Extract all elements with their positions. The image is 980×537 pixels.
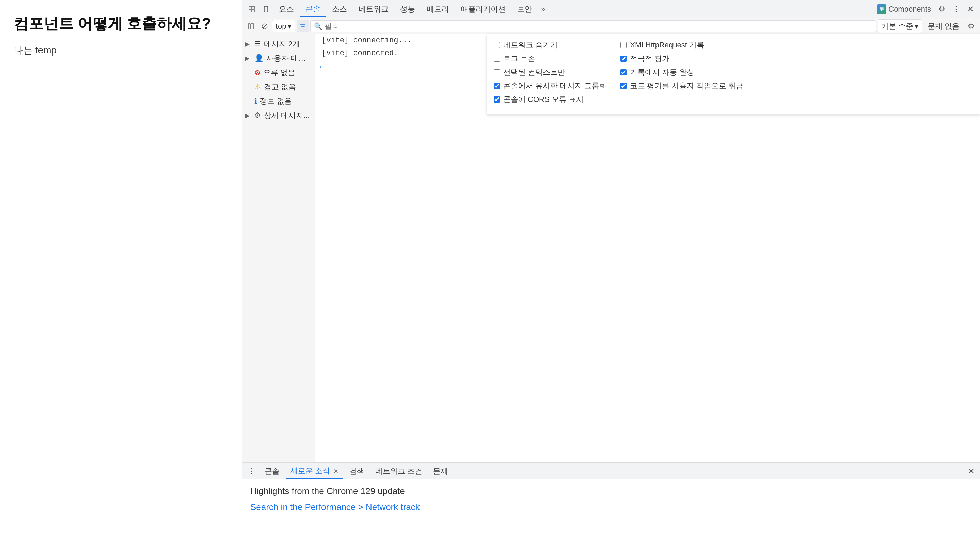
tab-memory[interactable]: 메모리 (421, 2, 455, 16)
filter-selected-context-label: 선택된 컨텍스트만 (503, 67, 565, 77)
show-console-filter-btn[interactable] (297, 20, 309, 32)
level-label: 기본 수준 (881, 21, 913, 31)
filter-selected-context[interactable]: 선택된 컨텍스트만 (494, 67, 607, 77)
news-panel-content: Highlights from the Chrome 129 update Se… (242, 479, 980, 537)
sidebar-item-messages[interactable]: ▶ ☰ 메시지 2개 (242, 37, 315, 51)
close-news-tab-icon[interactable]: ✕ (333, 468, 339, 475)
bottom-tab-issues-label: 문제 (433, 467, 448, 475)
filter-preserve-log-checkbox[interactable] (494, 56, 500, 62)
top-label: top (276, 22, 286, 31)
expand-verbose-icon: ▶ (245, 112, 251, 119)
filter-preserve-log[interactable]: 로그 보존 (494, 54, 607, 64)
more-tabs-btn[interactable]: » (538, 3, 548, 15)
filter-hide-network-checkbox[interactable] (494, 42, 500, 48)
inspect-icon-btn[interactable] (245, 2, 258, 16)
filter-autocomplete-history-checkbox[interactable] (620, 69, 627, 75)
log-level-dropdown[interactable]: 기본 수준 ▾ (878, 19, 922, 33)
tab-performance[interactable]: 성능 (395, 2, 420, 16)
sidebar-user-label: 사용자 메시... (266, 53, 312, 64)
filter-eager-eval-checkbox[interactable] (620, 56, 627, 62)
console-settings-btn[interactable]: ⚙ (965, 20, 977, 32)
filter-options-row: 네트워크 숨기기 로그 보존 선택된 컨텍스트만 콘솔에서 유사한 메시지 그룹… (494, 40, 973, 105)
close-devtools-btn[interactable]: ✕ (964, 2, 977, 16)
sidebar-verbose-label: 상세 메시지... (264, 110, 310, 121)
tab-sources[interactable]: 소스 (326, 2, 352, 16)
tab-application[interactable]: 애플리케이션 (455, 2, 511, 16)
filter-xmlhttprequest[interactable]: XMLHttpRequest 기록 (620, 40, 743, 50)
settings-btn[interactable]: ⚙ (935, 2, 949, 16)
svg-rect-0 (249, 6, 251, 9)
info-icon: ℹ (255, 97, 257, 106)
devtools-tab-bar: 요소 콘솔 소스 네트워크 성능 메모리 애플리케이션 보안 » ⚛ Compo… (242, 0, 980, 18)
clear-console-btn[interactable] (258, 20, 271, 32)
bottom-panels: ⋮ 콘솔 새로운 소식 ✕ 검색 네트워크 조건 문제 ✕ Highlights… (242, 462, 980, 537)
bottom-tab-network-conditions-label: 네트워크 조건 (375, 467, 422, 475)
filter-input-area[interactable]: 🔍 (310, 21, 876, 32)
tab-elements[interactable]: 요소 (274, 2, 299, 16)
sidebar-toggle-btn[interactable] (245, 20, 257, 32)
svg-line-9 (262, 24, 267, 28)
filter-hide-network[interactable]: 네트워크 숨기기 (494, 40, 607, 50)
sidebar-item-verbose[interactable]: ▶ ⚙ 상세 메시지... (242, 108, 315, 123)
tab-network[interactable]: 네트워크 (353, 2, 394, 16)
console-sidebar: ▶ ☰ 메시지 2개 ▶ 👤 사용자 메시... ▶ ⊗ 오류 없음 ▶ ⚠ 경… (242, 34, 315, 462)
filter-icon: 🔍 (314, 22, 323, 30)
svg-rect-1 (252, 6, 255, 9)
filter-col-left: 네트워크 숨기기 로그 보존 선택된 컨텍스트만 콘솔에서 유사한 메시지 그룹… (494, 40, 607, 105)
filter-hide-network-label: 네트워크 숨기기 (503, 40, 558, 50)
expand-user-icon: ▶ (245, 54, 251, 62)
filter-cors-errors-checkbox[interactable] (494, 96, 500, 102)
filter-autocomplete-history-label: 기록에서 자동 완성 (630, 67, 694, 77)
more-options-btn[interactable]: ⋮ (949, 2, 963, 16)
sidebar-item-errors[interactable]: ▶ ⊗ 오류 없음 (242, 65, 315, 80)
sidebar-item-warnings[interactable]: ▶ ⚠ 경고 없음 (242, 80, 315, 94)
filter-group-similar-label: 콘솔에서 유사한 메시지 그룹화 (503, 81, 607, 91)
svg-rect-7 (251, 24, 254, 29)
news-search-link[interactable]: Search in the Performance > Network trac… (250, 502, 420, 512)
filter-cors-errors-label: 콘솔에 CORS 오류 표시 (503, 94, 584, 105)
error-icon: ⊗ (255, 68, 261, 77)
no-issues-label: 문제 없음 (923, 20, 964, 33)
tab-console[interactable]: 콘솔 (300, 2, 326, 17)
tab-security[interactable]: 보안 (512, 2, 538, 16)
device-toggle-btn[interactable] (259, 2, 273, 16)
filter-autocomplete-history[interactable]: 기록에서 자동 완성 (620, 67, 743, 77)
news-panel-title: Highlights from the Chrome 129 update (250, 486, 972, 496)
filter-xmlhttprequest-checkbox[interactable] (620, 42, 627, 48)
filter-group-similar[interactable]: 콘솔에서 유사한 메시지 그룹화 (494, 81, 607, 91)
bottom-tab-console[interactable]: 콘솔 (260, 464, 284, 478)
sidebar-item-info[interactable]: ▶ ℹ 정보 없음 (242, 94, 315, 108)
devtools-panel: 요소 콘솔 소스 네트워크 성능 메모리 애플리케이션 보안 » ⚛ Compo… (242, 0, 980, 537)
filter-treat-eval-as-user-checkbox[interactable] (620, 83, 627, 89)
filter-selected-context-checkbox[interactable] (494, 69, 500, 75)
filter-eager-eval[interactable]: 적극적 평가 (620, 54, 743, 64)
filter-input[interactable] (325, 22, 872, 31)
list-icon: ☰ (255, 40, 261, 48)
svg-rect-3 (252, 10, 255, 12)
level-arrow-icon: ▾ (915, 22, 918, 31)
filter-treat-eval-as-user[interactable]: 코드 평가를 사용자 작업으로 취급 (620, 81, 743, 91)
bottom-tab-search[interactable]: 검색 (345, 464, 369, 478)
sidebar-item-user-messages[interactable]: ▶ 👤 사용자 메시... (242, 51, 315, 65)
filter-eager-eval-label: 적극적 평가 (630, 54, 670, 64)
bottom-tab-news[interactable]: 새로운 소식 ✕ (286, 464, 343, 479)
top-context-dropdown[interactable]: top ▾ (272, 20, 295, 32)
bottom-tab-bar: ⋮ 콘솔 새로운 소식 ✕ 검색 네트워크 조건 문제 ✕ (242, 463, 980, 479)
close-bottom-panel-btn[interactable]: ✕ (965, 465, 977, 477)
bottom-tab-network-conditions[interactable]: 네트워크 조건 (371, 464, 427, 478)
components-btn[interactable]: ⚛ Components (873, 3, 934, 15)
top-arrow-icon: ▾ (288, 22, 291, 31)
bottom-tab-issues[interactable]: 문제 (428, 464, 453, 478)
warning-icon: ⚠ (255, 83, 261, 91)
filter-group-similar-checkbox[interactable] (494, 83, 500, 89)
filter-treat-eval-as-user-label: 코드 평가를 사용자 작업으로 취급 (630, 81, 743, 91)
console-toolbar: top ▾ 🔍 기본 수준 ▾ 문제 없음 ⚙ (242, 18, 980, 34)
filter-cors-errors[interactable]: 콘솔에 CORS 오류 표시 (494, 94, 607, 105)
svg-rect-6 (248, 24, 250, 29)
filter-xmlhttprequest-label: XMLHttpRequest 기록 (630, 40, 704, 50)
prompt-arrow-icon: › (319, 63, 321, 70)
svg-rect-2 (249, 10, 251, 12)
verbose-icon: ⚙ (255, 111, 261, 120)
bottom-more-options-btn[interactable]: ⋮ (245, 464, 258, 478)
sidebar-warnings-label: 경고 없음 (264, 82, 296, 92)
